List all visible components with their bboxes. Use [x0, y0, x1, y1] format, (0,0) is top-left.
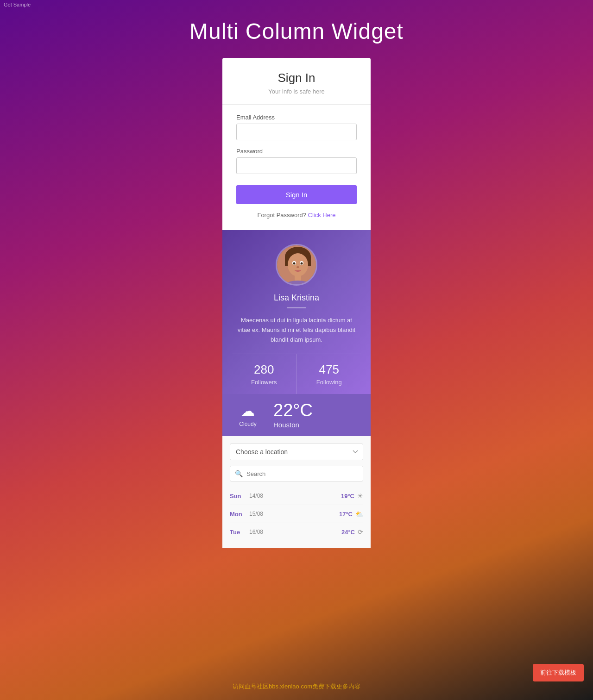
promo-button[interactable]: 前往下载模板 [533, 664, 584, 681]
following-count: 475 [302, 362, 357, 377]
forecast-day: Sun [230, 493, 247, 500]
location-select[interactable]: Choose a location Houston New York Los A… [230, 444, 363, 460]
signin-header: Sign In Your info is safe here [222, 58, 371, 105]
weather-widget: ☁ Cloudy 22°C Houston Choose a location … [222, 394, 371, 548]
svg-point-3 [288, 253, 308, 276]
profile-bio: Maecenas ut dui in ligula lacinia dictum… [232, 316, 361, 344]
profile-divider [287, 307, 306, 308]
email-field[interactable] [236, 124, 357, 140]
followers-stat: 280 Followers [232, 354, 297, 394]
forecast-weather-icon: ⛅ [355, 510, 363, 518]
forecast-item: Sun 14/08 19°C ☀ [230, 487, 363, 505]
search-input[interactable] [246, 470, 358, 477]
forecast-item: Tue 16/08 24°C ⟳ [230, 523, 363, 541]
avatar [276, 244, 317, 286]
email-label: Email Address [236, 114, 357, 121]
password-field[interactable] [236, 157, 357, 174]
signin-button[interactable]: Sign In [236, 185, 357, 204]
cloud-icon: ☁ [241, 403, 255, 419]
forecast-date: 14/08 [249, 493, 341, 499]
page-title: Multi Column Widget [189, 19, 404, 44]
followers-count: 280 [236, 362, 292, 377]
weather-header: ☁ Cloudy 22°C Houston [222, 394, 371, 436]
top-bar-text: Get Sample [4, 2, 31, 7]
forecast-list: Sun 14/08 19°C ☀ Mon 15/08 17°C ⛅ Tue 16… [230, 487, 363, 541]
weather-condition: Cloudy [239, 421, 256, 427]
forecast-weather-icon: ☀ [357, 492, 363, 500]
forecast-weather-icon: ⟳ [358, 528, 363, 536]
forgot-password: Forgot Password? Click Here [236, 212, 357, 219]
widget-container: Sign In Your info is safe here Email Add… [222, 58, 371, 548]
weather-icon-area: ☁ Cloudy [232, 403, 264, 427]
password-label: Password [236, 148, 357, 155]
weather-city: Houston [273, 421, 313, 429]
avatar-image [277, 245, 317, 286]
signin-widget: Sign In Your info is safe here Email Add… [222, 58, 371, 230]
svg-point-8 [296, 266, 299, 268]
search-box: 🔍 [230, 466, 363, 481]
watermark: 访问血号社区bbs.xienlao.com免费下载更多内容 [0, 682, 593, 691]
forecast-date: 15/08 [249, 511, 339, 517]
profile-stats: 280 Followers 475 Following [232, 354, 361, 394]
search-icon: 🔍 [235, 470, 243, 477]
forecast-temp: 17°C [339, 511, 353, 518]
svg-point-6 [293, 262, 296, 265]
weather-body: Choose a location Houston New York Los A… [222, 436, 371, 548]
forecast-date: 16/08 [249, 529, 341, 535]
signin-title: Sign In [236, 71, 357, 85]
profile-name: Lisa Kristina [232, 293, 361, 303]
forecast-day: Tue [230, 529, 247, 536]
forecast-day: Mon [230, 511, 247, 518]
forgot-link[interactable]: Click Here [308, 212, 336, 219]
weather-temp-area: 22°C Houston [273, 401, 313, 429]
signin-body: Email Address Password Sign In Forgot Pa… [222, 105, 371, 230]
password-group: Password [236, 148, 357, 174]
forgot-text: Forgot Password? [257, 212, 306, 219]
forecast-temp: 24°C [341, 529, 355, 536]
top-bar: Get Sample [0, 0, 34, 9]
profile-widget: Lisa Kristina Maecenas ut dui in ligula … [222, 230, 371, 394]
following-stat: 475 Following [297, 354, 362, 394]
signin-subtitle: Your info is safe here [236, 88, 357, 95]
following-label: Following [302, 379, 357, 386]
weather-temperature: 22°C [273, 401, 313, 419]
svg-point-7 [301, 262, 303, 265]
followers-label: Followers [236, 379, 292, 386]
forecast-temp: 19°C [341, 493, 354, 500]
forecast-item: Mon 15/08 17°C ⛅ [230, 505, 363, 523]
email-group: Email Address [236, 114, 357, 140]
